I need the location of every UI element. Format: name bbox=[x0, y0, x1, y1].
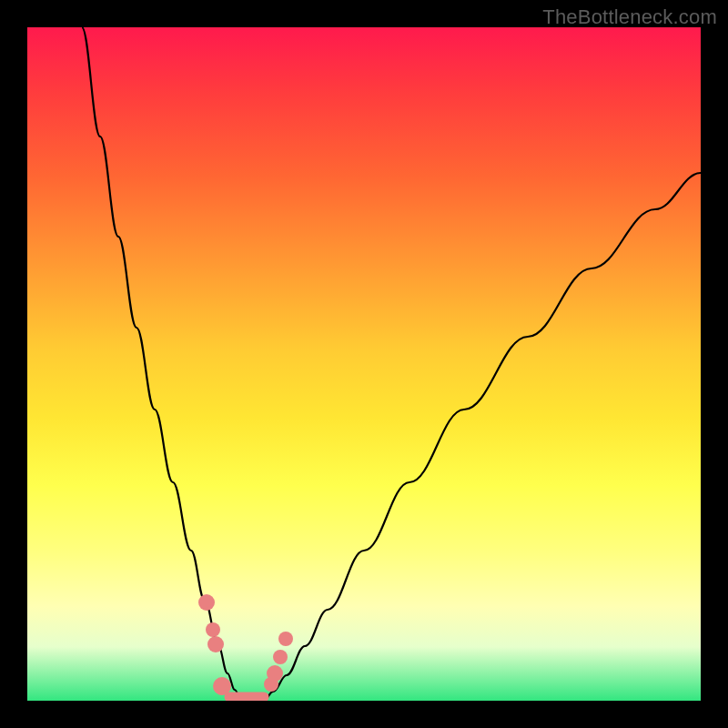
watermark-text: TheBottleneck.com bbox=[542, 5, 717, 29]
chart-frame: TheBottleneck.com bbox=[0, 0, 728, 728]
curve-marker bbox=[198, 594, 215, 611]
curve-marker bbox=[273, 650, 288, 664]
curve-marker bbox=[278, 632, 293, 646]
curve-marker bbox=[267, 665, 283, 682]
valley-flat-marker bbox=[225, 693, 269, 702]
bottleneck-curve bbox=[27, 27, 701, 701]
right-branch-line bbox=[264, 173, 701, 701]
marker-group bbox=[198, 594, 293, 695]
left-branch-line bbox=[82, 27, 241, 701]
curve-marker bbox=[213, 677, 231, 695]
plot-area bbox=[27, 27, 701, 701]
curve-marker bbox=[207, 636, 224, 652]
curve-marker bbox=[206, 622, 220, 637]
